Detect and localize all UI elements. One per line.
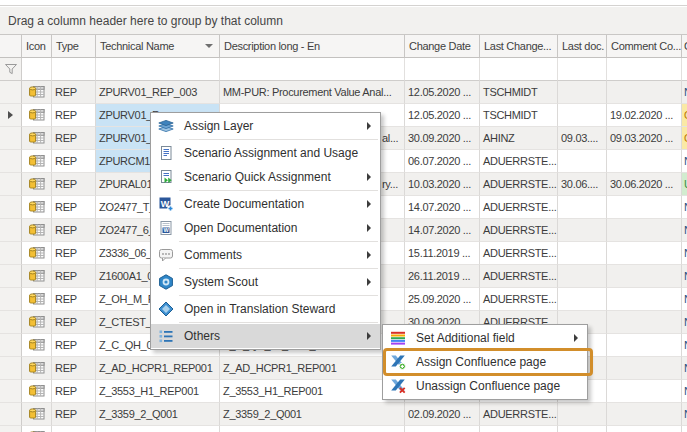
- comment-date-cell: 30.06.2020 ...: [607, 173, 682, 196]
- row-indicator-cell: [0, 403, 22, 426]
- table-object-icon: [29, 177, 45, 191]
- last-changed-by-cell: ADUERRSTE...: [480, 265, 558, 288]
- word-open-icon: W: [158, 220, 174, 236]
- column-header-label: Description long - En: [224, 40, 320, 52]
- column-header-type[interactable]: Type: [52, 35, 96, 58]
- last-doc-cell: 09.03....: [558, 127, 607, 150]
- submenu-arrow-icon: [367, 224, 371, 232]
- menu-item-unassign-confluence-page[interactable]: Unassign Confluence page: [383, 374, 587, 398]
- table-row[interactable]: REPZPURV01_REP_003MM-PUR: Procurement Va…: [0, 81, 687, 104]
- svg-text:W: W: [163, 227, 169, 233]
- table-object-icon: [29, 85, 45, 99]
- filter-cell-technical-name[interactable]: [96, 58, 220, 81]
- menu-item-label: Others: [184, 329, 220, 343]
- column-header-last-doc[interactable]: Last doc.: [558, 35, 607, 58]
- status-cell: N: [682, 219, 687, 242]
- row-indicator-cell: [0, 311, 22, 334]
- technical-name-cell[interactable]: Z_3553_H1_REP001: [96, 380, 220, 403]
- column-header-label: Comment Co...: [611, 40, 681, 52]
- type-cell: [52, 426, 96, 432]
- comment-date-cell: [607, 357, 682, 380]
- description-cell: Z_3359_2_Q001: [220, 403, 405, 426]
- column-header-technical-name[interactable]: Technical Name: [96, 35, 220, 58]
- last-changed-by-cell: ADUERRSTE...: [480, 196, 558, 219]
- row-indicator-cell: [0, 127, 22, 150]
- filter-cell-icon[interactable]: [22, 58, 52, 81]
- menu-separator: [179, 190, 378, 191]
- menu-item-scenario-quick-assignment[interactable]: Scenario Quick Assignment: [151, 165, 380, 189]
- comment-date-cell: [607, 334, 682, 357]
- column-header-last-change[interactable]: Last Change...: [480, 35, 558, 58]
- technical-name-cell[interactable]: [96, 426, 220, 432]
- filter-cell-description[interactable]: [220, 58, 405, 81]
- technical-name-cell[interactable]: Z_AD_HCPR1_REP001: [96, 357, 220, 380]
- column-header-label: Type: [56, 40, 79, 52]
- menu-item-set-additional-field[interactable]: Set Additional field: [383, 326, 587, 350]
- filter-cell-change-date[interactable]: [405, 58, 480, 81]
- description-cell: Z_AD_HCPR1_REP001: [220, 357, 405, 380]
- menu-item-label: Unassign Confluence page: [416, 379, 560, 393]
- additional-field-icon: [390, 330, 406, 346]
- menu-item-assign-layer[interactable]: Assign Layer: [151, 114, 380, 138]
- scenario-doc-icon: [158, 145, 174, 161]
- table-object-icon: [29, 384, 45, 398]
- filter-cell-type[interactable]: [52, 58, 96, 81]
- submenu-arrow-icon: [367, 278, 371, 286]
- row-indicator-cell: [0, 104, 22, 127]
- column-header-description[interactable]: Description long - En: [220, 35, 405, 58]
- type-cell: REP: [52, 127, 96, 150]
- menu-separator: [179, 139, 378, 140]
- last-changed-by-cell: TSCHMIDT: [480, 104, 558, 127]
- filter-cell-last-change[interactable]: [480, 58, 558, 81]
- menu-item-label: Set Additional field: [416, 331, 515, 345]
- last-doc-cell: [558, 219, 607, 242]
- comment-date-cell: [607, 150, 682, 173]
- row-indicator-cell: [0, 380, 22, 403]
- column-header-icon[interactable]: Icon: [22, 35, 52, 58]
- menu-item-open-in-translation-steward[interactable]: Open in Translation Steward: [151, 297, 380, 321]
- last-doc-cell: [558, 104, 607, 127]
- column-header-cut-column[interactable]: C: [682, 35, 687, 58]
- submenu-arrow-icon: [367, 251, 371, 259]
- comment-date-cell: [607, 219, 682, 242]
- column-header-change-date[interactable]: Change Date: [405, 35, 480, 58]
- status-cell: N: [682, 265, 687, 288]
- menu-item-open-documentation[interactable]: WOpen Documentation: [151, 216, 380, 240]
- filter-cell-cut-column[interactable]: [682, 58, 687, 81]
- type-cell: REP: [52, 334, 96, 357]
- submenu-arrow-icon: [367, 332, 371, 340]
- change-date-cell: 14.07.2020 ...: [405, 196, 480, 219]
- row-indicator-cell: [0, 81, 22, 104]
- technical-name-cell[interactable]: Z_3359_2_Q001: [96, 403, 220, 426]
- object-icon-cell: [22, 357, 52, 380]
- technical-name-cell[interactable]: ZPURV01_REP_003: [96, 81, 220, 104]
- column-header-comment-co[interactable]: Comment Co...: [607, 35, 682, 58]
- last-changed-by-cell: ADUERRSTE...: [480, 219, 558, 242]
- column-header-row-indicator[interactable]: [0, 35, 22, 58]
- type-cell: REP: [52, 288, 96, 311]
- object-icon-cell: [22, 150, 52, 173]
- translation-steward-icon: [158, 301, 174, 317]
- menu-item-label: Open in Translation Steward: [184, 302, 335, 316]
- menu-item-comments[interactable]: Comments: [151, 243, 380, 267]
- table-row[interactable]: [0, 426, 687, 432]
- filter-cell-comment-co[interactable]: [607, 58, 682, 81]
- last-changed-by-cell: TSCHMIDT: [480, 81, 558, 104]
- filter-cell-last-doc[interactable]: [558, 58, 607, 81]
- status-cell: N: [682, 311, 687, 334]
- table-row[interactable]: REPZ_3359_2_Q001Z_3359_2_Q00102.09.2020 …: [0, 403, 687, 426]
- menu-item-others[interactable]: Others: [151, 324, 380, 348]
- menu-item-label: Scenario Quick Assignment: [184, 170, 331, 184]
- last-changed-by-cell: [480, 426, 558, 432]
- submenu-arrow-icon: [367, 122, 371, 130]
- menu-item-scenario-assignment-and-usage[interactable]: Scenario Assignment and Usage: [151, 141, 380, 165]
- menu-separator: [179, 241, 378, 242]
- status-cell: N: [682, 196, 687, 219]
- table-object-icon: [29, 246, 45, 260]
- type-cell: REP: [52, 242, 96, 265]
- group-by-panel[interactable]: Drag a column header here to group by th…: [0, 7, 687, 35]
- menu-item-create-documentation[interactable]: WCreate Documentation: [151, 192, 380, 216]
- last-doc-cell: [558, 403, 607, 426]
- menu-item-system-scout[interactable]: System Scout: [151, 270, 380, 294]
- comment-date-cell: [607, 265, 682, 288]
